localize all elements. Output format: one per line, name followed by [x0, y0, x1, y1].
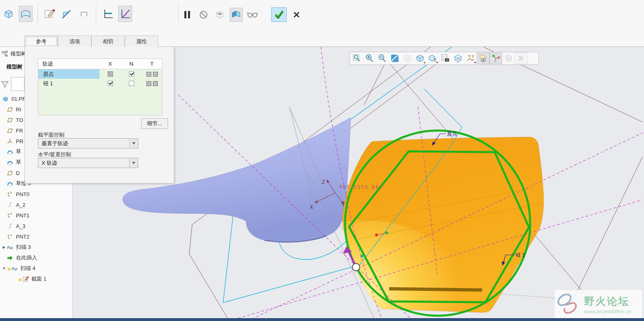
- constant-section-icon[interactable]: [101, 6, 115, 22]
- dropdown-arrow-icon[interactable]: [129, 139, 138, 148]
- horizontal-vertical-value: X 轨迹: [38, 159, 129, 167]
- t-square[interactable]: [146, 72, 151, 77]
- refit-icon[interactable]: [350, 53, 363, 64]
- axis-icon: [7, 201, 13, 208]
- edit-section-icon[interactable]: [43, 6, 57, 22]
- remove-material-icon[interactable]: [60, 6, 74, 22]
- toolbar-separator: [178, 3, 179, 23]
- annotation-display-icon[interactable]: [477, 53, 489, 64]
- new-feature-badge-icon: [18, 277, 22, 281]
- start-point-marker[interactable]: [352, 263, 360, 271]
- perspective-icon[interactable]: [451, 53, 464, 64]
- tree-item-label: A_3: [16, 223, 25, 229]
- plane-icon: [7, 117, 13, 123]
- watermark-url: www.proewildfire.cn: [584, 308, 631, 314]
- trajectory-row[interactable]: 原点: [38, 69, 162, 79]
- tree-item-扫描-4[interactable]: ▼扫描 4: [0, 263, 73, 274]
- sketch-icon: [7, 180, 13, 187]
- csys-name-label[interactable]: PRT_CSYS_DEF: [339, 184, 383, 190]
- view-manager-icon[interactable]: [439, 53, 451, 64]
- trajectory-table-header: 轨迹 X N T: [38, 59, 162, 69]
- expander-icon[interactable]: ▼: [1, 266, 7, 270]
- variable-section-icon[interactable]: [118, 6, 132, 22]
- red-point: [375, 234, 378, 237]
- tree-item-A_2[interactable]: A_2: [0, 199, 73, 210]
- tree-item-label: A_2: [16, 202, 25, 208]
- tree-item-A_3[interactable]: A_3: [0, 221, 73, 231]
- tree-filter-input[interactable]: [11, 77, 24, 91]
- t-square[interactable]: [146, 81, 151, 86]
- no-preview-icon[interactable]: [197, 8, 210, 22]
- tree-item-PNT1[interactable]: PNT1: [0, 210, 73, 221]
- tree-item-在此插入[interactable]: 在此插入: [0, 252, 73, 263]
- disabled-clip-icon: [515, 53, 527, 64]
- column-header-x: X: [100, 59, 121, 69]
- pause-icon[interactable]: [181, 8, 194, 22]
- surface-icon[interactable]: [19, 6, 33, 22]
- origin-label[interactable]: 原点: [447, 131, 457, 137]
- tab-properties[interactable]: 属性: [125, 35, 158, 47]
- tree-item-PNT0[interactable]: PNT0: [0, 189, 73, 199]
- section-plane-label: 截平面控制: [38, 131, 64, 139]
- trajectory-row[interactable]: 链 1: [38, 79, 162, 88]
- tree-item-label: PNT2: [16, 234, 29, 240]
- plane-icon: [7, 106, 13, 113]
- thin-feature-icon[interactable]: [77, 6, 91, 22]
- tree-item-PNT2[interactable]: PNT2: [0, 231, 73, 242]
- filter-icon[interactable]: [1, 80, 9, 88]
- details-button[interactable]: 细节...: [141, 118, 168, 129]
- tree-item-label: FR: [16, 128, 23, 134]
- tree-item-扫描-3[interactable]: ▶扫描 3: [0, 242, 73, 252]
- axis-z-label: Z: [322, 179, 325, 185]
- tab-options[interactable]: 选项: [58, 35, 91, 47]
- trajectory-name: 链 1: [38, 80, 53, 87]
- points-icon: [7, 212, 13, 219]
- geometry-preview-icon[interactable]: [230, 8, 243, 22]
- section-plane-dropdown[interactable]: 垂直于轨迹: [38, 138, 138, 148]
- horizontal-vertical-dropdown[interactable]: X 轨迹: [38, 158, 138, 168]
- checkbox-disabled[interactable]: [108, 71, 113, 77]
- section-plane-value: 垂直于轨迹: [38, 140, 129, 147]
- tree-item-label: 截面 1: [31, 275, 46, 283]
- trajectory-table[interactable]: 轨迹 X N T 原点链 1: [38, 58, 162, 115]
- checkbox-unchecked[interactable]: [129, 81, 134, 86]
- t-square[interactable]: [153, 72, 158, 77]
- tree-item-label: 扫描 4: [20, 265, 35, 272]
- points-icon: [7, 233, 13, 240]
- checkbox-checked[interactable]: [129, 71, 134, 77]
- t-square[interactable]: [153, 81, 158, 86]
- spin-center-icon[interactable]: [489, 53, 502, 64]
- tree-item-label: 扫描 3: [16, 244, 31, 251]
- column-header-trajectory: 轨迹: [38, 59, 100, 69]
- tree-panel-title: 模型树: [7, 63, 22, 71]
- zoom-in-icon[interactable]: [363, 53, 376, 64]
- datum-display-icon[interactable]: [464, 53, 477, 64]
- green-point: [385, 232, 388, 235]
- tab-references[interactable]: 参考: [24, 35, 58, 47]
- dropdown-arrow-icon[interactable]: [129, 158, 138, 168]
- checkbox-checked[interactable]: [108, 81, 113, 86]
- chain-label[interactable]: 链 1: [515, 252, 525, 258]
- ok-icon[interactable]: [271, 7, 287, 22]
- expander-icon[interactable]: ▶: [1, 245, 7, 249]
- csys-icon: [7, 138, 13, 144]
- tab-tangency[interactable]: 相切: [91, 35, 125, 47]
- solid-icon[interactable]: [2, 6, 15, 22]
- saved-views-icon[interactable]: [426, 53, 439, 64]
- tree-item-label: 草: [16, 148, 21, 155]
- tree-item-label: 草: [16, 159, 21, 166]
- tree-item-label: PNT0: [16, 191, 29, 197]
- display-style-icon[interactable]: [414, 53, 426, 64]
- sketch-icon: [7, 148, 13, 155]
- cancel-icon[interactable]: [290, 8, 303, 22]
- new-feature-badge-icon: [7, 266, 11, 270]
- axis-y-label: Y: [342, 202, 345, 208]
- wireframe-preview-icon[interactable]: [213, 8, 226, 22]
- verify-icon[interactable]: [246, 8, 259, 22]
- zoom-out-icon[interactable]: [376, 53, 388, 64]
- references-panel: 轨迹 X N T 原点链 1 细节... 截平面控制 垂直于轨迹 水平/竖直控制…: [24, 47, 174, 184]
- points-icon: [7, 191, 13, 197]
- trajectory-table-body: 原点链 1: [38, 69, 162, 88]
- repaint-icon[interactable]: [388, 53, 401, 64]
- tree-item-截面-1[interactable]: 截面 1: [0, 274, 73, 284]
